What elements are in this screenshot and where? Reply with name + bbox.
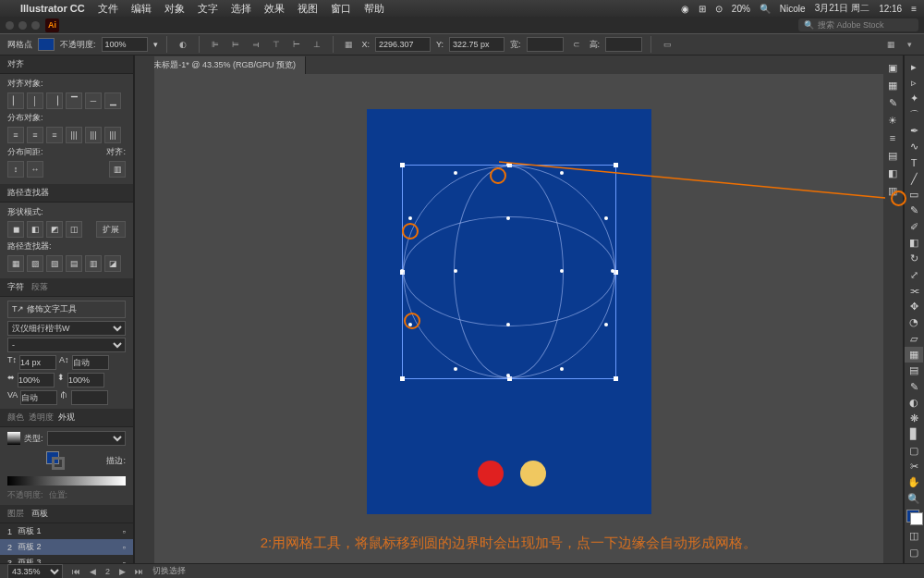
eraser-tool[interactable]: ◧ <box>905 235 923 250</box>
panel-icon-stroke[interactable]: ≡ <box>883 129 902 146</box>
panel-icon-swatches[interactable]: ▦ <box>883 77 902 93</box>
panel-layers-head[interactable]: 图层 画板 <box>0 505 133 523</box>
zoom-tool[interactable]: 🔍 <box>905 491 923 506</box>
align-center-icon[interactable]: ⊨ <box>228 37 243 52</box>
pf-unite[interactable]: ◼ <box>7 221 24 238</box>
w-input[interactable] <box>527 37 564 52</box>
gradient-tool[interactable]: ▤ <box>905 363 923 378</box>
direct-selection-tool[interactable]: ▹ <box>905 75 923 90</box>
pf-crop[interactable]: ▤ <box>66 255 82 272</box>
artboard-options-icon[interactable]: ▫ <box>123 543 126 552</box>
magic-wand-tool[interactable]: ✦ <box>905 92 923 106</box>
mesh-anchor[interactable] <box>560 367 564 371</box>
mesh-anchor[interactable] <box>506 323 510 326</box>
mesh-anchor[interactable] <box>604 216 608 220</box>
status-menu-icon[interactable]: ≡ <box>911 4 917 14</box>
align-bottom-icon[interactable]: ⊥ <box>310 37 324 52</box>
dist-h-center[interactable]: ||| <box>85 127 102 143</box>
vscale-input[interactable] <box>67 373 104 387</box>
dist-v-top[interactable]: ≡ <box>7 127 24 143</box>
align-h-center[interactable]: │ <box>27 92 43 109</box>
panel-icon-color[interactable]: ▣ <box>883 59 902 76</box>
pf-trim[interactable]: ▨ <box>27 255 43 272</box>
opacity-input[interactable] <box>102 37 148 52</box>
width-tool[interactable]: ⫘ <box>905 283 923 298</box>
panel-icon-info[interactable]: ◧ <box>883 165 902 181</box>
align-v-middle[interactable]: ─ <box>85 92 102 109</box>
align-middle-icon[interactable]: ⊢ <box>289 37 304 52</box>
artboard-options-icon[interactable]: ▫ <box>123 559 126 564</box>
search-stock[interactable]: 🔍 搜索 Adobe Stock <box>798 18 918 31</box>
gradient-slider[interactable] <box>7 476 126 486</box>
x-input[interactable] <box>375 37 431 52</box>
panel-align-head[interactable]: 对齐 <box>0 55 133 74</box>
panel-grad-head[interactable]: 颜色 透明度 外观 <box>0 409 133 427</box>
pen-tool[interactable]: ✒ <box>905 123 923 138</box>
pf-divide[interactable]: ▦ <box>7 255 24 272</box>
line-tool[interactable]: ╱ <box>905 171 923 186</box>
menu-file[interactable]: 文件 <box>98 2 118 16</box>
menu-help[interactable]: 帮助 <box>364 2 384 16</box>
menu-edit[interactable]: 编辑 <box>131 2 152 16</box>
yellow-circle-shape[interactable] <box>520 461 546 486</box>
pf-minus-front[interactable]: ◧ <box>27 221 43 238</box>
menu-object[interactable]: 对象 <box>164 2 185 16</box>
curvature-tool[interactable]: ∿ <box>905 139 923 154</box>
prefs-icon[interactable]: ▾ <box>902 37 917 52</box>
tab-transparency[interactable]: 透明度 <box>29 412 54 422</box>
tab-color[interactable]: 颜色 <box>7 412 24 422</box>
free-transform-tool[interactable]: ✥ <box>905 299 923 314</box>
status-user[interactable]: Nicole <box>780 4 806 14</box>
mesh-anchor[interactable] <box>560 171 564 175</box>
kerning-input[interactable] <box>20 390 57 405</box>
artboard-row[interactable]: 3画板 3▫ <box>0 555 133 563</box>
link-wh-icon[interactable]: ⊂ <box>569 37 584 52</box>
gradient-type-select[interactable] <box>47 431 126 446</box>
fill-swatch[interactable] <box>38 38 55 51</box>
h-input[interactable] <box>605 37 642 52</box>
app-name[interactable]: Illustrator CC <box>20 3 85 14</box>
align-h-right[interactable]: ▕ <box>46 92 63 109</box>
mesh-anchor[interactable] <box>604 323 608 326</box>
lasso-tool[interactable]: ⌒ <box>905 107 923 122</box>
font-size-input[interactable] <box>19 355 56 370</box>
dist-v-bottom[interactable]: ≡ <box>46 127 63 143</box>
panel-char-head[interactable]: 字符 段落 <box>0 278 133 297</box>
doc-setup-icon[interactable]: ▦ <box>883 37 898 52</box>
type-tool[interactable]: T <box>905 155 923 170</box>
stroke-color[interactable] <box>910 512 923 525</box>
rectangle-tool[interactable]: ▭ <box>905 187 923 202</box>
window-max[interactable] <box>31 21 40 30</box>
red-circle-shape[interactable] <box>478 461 504 486</box>
nav-artboard[interactable]: 2 <box>105 567 110 576</box>
hand-tool[interactable]: ✋ <box>905 475 923 490</box>
leading-input[interactable] <box>72 355 109 370</box>
rotate-tool[interactable]: ↻ <box>905 252 923 266</box>
handle-tl[interactable] <box>400 163 405 167</box>
pencil-tool[interactable]: ✐ <box>905 219 923 234</box>
grad-stroke-swatch[interactable] <box>52 457 65 470</box>
artboard-row[interactable]: 2画板 2▫ <box>0 539 133 555</box>
align-top-icon[interactable]: ⊤ <box>269 37 284 52</box>
panel-pathfinder-head[interactable]: 路径查找器 <box>0 184 133 203</box>
dist-h-left[interactable]: ||| <box>66 127 82 143</box>
font-style-select[interactable]: - <box>7 338 126 352</box>
mesh-anchor[interactable] <box>454 171 457 175</box>
perspective-tool[interactable]: ▱ <box>905 331 923 346</box>
align-right-icon[interactable]: ⫤ <box>249 37 263 52</box>
draw-mode-icon[interactable]: ◫ <box>905 529 923 544</box>
zoom-select[interactable]: 43.35% <box>7 564 63 579</box>
align-v-bottom[interactable]: ▁ <box>104 92 121 109</box>
pf-expand[interactable]: 扩展 <box>96 221 126 238</box>
align-to-selection[interactable]: ▥ <box>109 161 126 178</box>
panel-icon-brushes[interactable]: ✎ <box>883 94 902 111</box>
mesh-anchor[interactable] <box>560 269 564 273</box>
shape-icon[interactable]: ▭ <box>660 37 675 52</box>
hscale-input[interactable] <box>18 373 55 387</box>
align-v-top[interactable]: ▔ <box>66 92 82 109</box>
chevron-down-icon[interactable]: ▾ <box>153 40 158 49</box>
recolor-icon[interactable]: ◐ <box>176 37 190 52</box>
eyedropper-tool[interactable]: ✎ <box>905 379 923 394</box>
mesh-selection-box[interactable] <box>402 165 616 379</box>
graph-tool[interactable]: ▊ <box>905 427 923 442</box>
